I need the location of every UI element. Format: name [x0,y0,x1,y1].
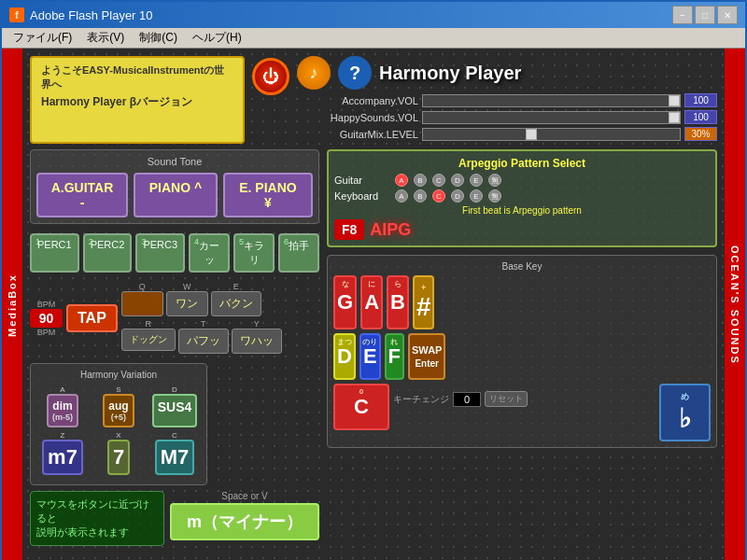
guitar-mix-label: GuitarMix.LEVEL [297,129,418,140]
arp-kb-d[interactable]: D [451,189,464,203]
title-bar: f Adobe Flash Player 10 − □ ✕ [2,2,745,28]
arp-guitar-none[interactable]: 無 [488,174,501,187]
welcome-box: ようこそEASY-MusicalInstrumentの世界へ Harmony P… [30,56,245,144]
arp-guitar-d[interactable]: D [451,174,464,187]
arp-guitar-c[interactable]: C [432,174,445,187]
happy-sounds-row: HappySounds.VOL 100 [297,110,717,124]
var-m7[interactable]: m7 [42,440,83,475]
tap-button[interactable]: TAP [66,304,118,332]
arp-kb-a[interactable]: A [395,189,408,203]
arpeggio-title: Arpeggio Pattern Select [334,157,710,170]
music-icon: ♪ [297,56,331,90]
arp-kb-c[interactable]: C [432,189,445,203]
var-aug[interactable]: aug (+5) [103,394,134,427]
key-e[interactable]: のり E [359,333,381,380]
guitar-mix-row: GuitarMix.LEVEL 30% [297,127,717,141]
arpeggio-note: First beat is Arpeggio pattern [334,205,710,216]
sound-tone-section: Sound Tone A.GUITAR - PIANO ^ E. PIANO ¥ [30,149,319,224]
key-g[interactable]: な G [333,275,357,329]
key-d[interactable]: まつ D [333,333,356,380]
arp-guitar-a[interactable]: A [395,174,408,187]
tone-epiano[interactable]: E. PIANO ¥ [223,173,313,217]
happy-sounds-slider[interactable] [422,111,681,124]
bpm-label: BPM [37,300,56,309]
accompany-vol-row: Accompany.VOL 100 [297,93,717,107]
arpeggio-panel: Arpeggio Pattern Select Guitar A B C D E… [327,149,717,247]
perc-section: 1 PERC1 2 PERC2 3 PERC3 4 [30,233,319,273]
happy-sounds-label: HappySounds.VOL [297,112,418,123]
welcome-line2: Harmony Player βバージョン [41,94,233,110]
arp-guitar-b[interactable]: B [414,174,427,187]
reset-button[interactable]: リセット [485,391,528,407]
key-c[interactable]: 0 C [333,384,389,430]
shortcut-e[interactable]: バクン [211,291,261,316]
menu-view[interactable]: 表示(V) [79,28,132,48]
key-change-row: キーチェンジ リセット [393,391,655,407]
var-dim[interactable]: dim (m-5) [47,394,78,427]
flash-icon: f [9,7,24,22]
perc-4[interactable]: 4 カーッ [189,233,230,273]
bpm-section: BPM 90 BPM TAP Q W ワン [30,282,319,354]
menu-control[interactable]: 制御(C) [132,28,185,48]
menu-help[interactable]: ヘルプ(H) [185,28,249,48]
power-button[interactable]: ⏻ [252,58,289,95]
tone-aguitar[interactable]: A.GUITAR - [36,173,128,217]
status-label: マウスをボタンに近づけると 説明が表示されます [30,491,164,546]
guitar-mix-value: 30% [684,127,717,141]
arp-kb-b[interactable]: B [414,189,427,203]
perc-1[interactable]: 1 PERC1 [30,233,79,273]
left-strip: MediaBox [2,49,22,560]
help-button[interactable]: ? [338,56,372,90]
key-b[interactable]: ら B [387,275,409,329]
menu-bar: ファイル(F) 表示(V) 制御(C) ヘルプ(H) [2,28,745,49]
harmony-var-title: Harmony Variation [36,370,201,380]
guitar-mix-slider[interactable] [422,128,681,141]
arpeggio-guitar-row: Guitar A B C D E 無 [334,174,710,187]
menu-file[interactable]: ファイル(F) [6,28,79,48]
var-m7-major[interactable]: M7 [155,440,195,475]
harmony-variation: Harmony Variation A dim (m-5) [30,363,207,485]
arp-kb-e[interactable]: E [470,189,483,203]
maximize-button[interactable]: □ [695,6,715,24]
key-a[interactable]: に A [360,275,383,329]
accompany-value: 100 [684,93,717,107]
minor-button[interactable]: m（マイナー） [170,503,319,540]
accompany-slider[interactable] [422,94,681,107]
key-change-label: キーチェンジ [393,393,449,406]
welcome-line1: ようこそEASY-MusicalInstrumentの世界へ [41,63,233,92]
aipg-label: AIPG [370,220,411,240]
shortcut-y[interactable]: ワハッ [232,329,282,354]
harmony-title: Harmony Player [379,63,521,84]
shortcut-r[interactable]: ドッグン [121,329,176,351]
key-sharp[interactable]: + # [413,275,435,329]
accompany-label: Accompany.VOL [297,95,418,106]
minimize-button[interactable]: − [672,6,693,24]
close-button[interactable]: ✕ [717,6,738,24]
key-change-input[interactable] [453,392,481,407]
aipg-display: F8 [334,219,364,240]
tone-piano[interactable]: PIANO ^ [134,173,218,217]
perc-6[interactable]: 6 拍手 [278,233,319,273]
arp-kb-none[interactable]: 無 [488,189,501,203]
key-flat[interactable]: め ♭ [659,384,711,441]
bpm-value: 90 [30,309,63,328]
var-7[interactable]: 7 [107,440,130,475]
happy-sounds-value: 100 [684,110,717,124]
sound-tone-title: Sound Tone [36,156,313,167]
base-key-title: Base Key [333,261,711,272]
arpeggio-keyboard-row: Keyboard A B C D E 無 [334,189,710,203]
shortcut-q[interactable] [121,291,163,316]
key-f[interactable]: れ F [385,333,404,380]
perc-5[interactable]: 5 キラリ [233,233,275,273]
base-key-section: Base Key な G に A ら [327,255,717,448]
key-swap[interactable]: SWAP Enter [408,333,445,380]
var-sus4[interactable]: SUS4 [152,394,198,427]
shortcut-t[interactable]: パフッ [178,329,229,354]
arp-guitar-e[interactable]: E [470,174,483,187]
window-title: Adobe Flash Player 10 [30,8,153,22]
shortcut-w[interactable]: ワン [166,291,208,316]
perc-3[interactable]: 3 PERC3 [135,233,185,273]
minor-label: Space or V [170,491,319,501]
perc-2[interactable]: 2 PERC2 [83,233,133,273]
bpm-text: BPM [37,328,56,337]
